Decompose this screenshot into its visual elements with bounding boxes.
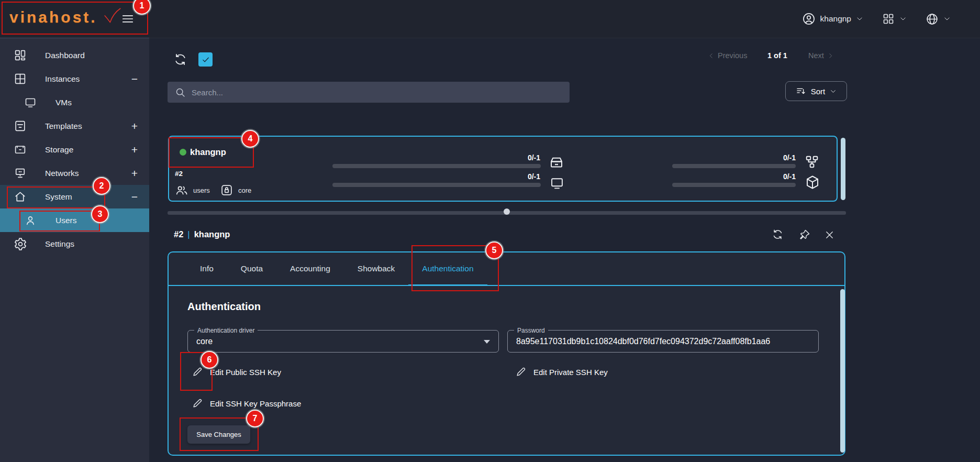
annotation-badge-2: 2 bbox=[93, 177, 110, 195]
annotation-badge-4: 4 bbox=[241, 130, 259, 148]
pencil-icon bbox=[515, 366, 527, 378]
tab-quota[interactable]: Quota bbox=[227, 252, 276, 285]
password-field-value: 8a95e117031db9b1c10824dbf0d76fd7fec09437… bbox=[516, 331, 770, 352]
datastore-quota-bar bbox=[332, 164, 541, 168]
pencil-icon bbox=[192, 366, 203, 378]
user-row-card[interactable] bbox=[168, 136, 838, 202]
edit-ssh-key-passphrase-label: Edit SSH Key Passphrase bbox=[210, 399, 301, 408]
vm-monitor-icon bbox=[550, 176, 564, 191]
users-list-scrollbar[interactable] bbox=[841, 138, 845, 200]
expand-icon[interactable]: + bbox=[131, 120, 138, 133]
instances-icon bbox=[14, 72, 28, 85]
password-field[interactable]: Password 8a95e117031db9b1c10824dbf0d76fd… bbox=[507, 330, 819, 353]
image-quota-bar bbox=[672, 183, 796, 187]
user-avatar-icon bbox=[802, 12, 816, 26]
sidebar-item-templates[interactable]: Templates + bbox=[0, 114, 149, 138]
detail-title-separator: | bbox=[187, 229, 190, 239]
collapse-icon[interactable]: − bbox=[131, 73, 138, 85]
collapse-icon[interactable]: − bbox=[131, 191, 138, 203]
sidebar-item-label: Templates bbox=[45, 122, 82, 131]
expand-icon[interactable]: + bbox=[131, 167, 138, 180]
dashboard-icon bbox=[14, 49, 28, 62]
user-menu-label: khangnp bbox=[820, 14, 851, 24]
sort-button[interactable]: Sort bbox=[785, 81, 847, 101]
tab-authentication[interactable]: Authentication bbox=[408, 252, 487, 285]
expand-icon[interactable]: + bbox=[131, 144, 138, 156]
tab-showback[interactable]: Showback bbox=[344, 252, 409, 285]
user-menu[interactable]: khangnp bbox=[802, 12, 863, 26]
language-menu[interactable] bbox=[926, 13, 951, 26]
sidebar-item-label: Settings bbox=[45, 239, 74, 249]
chevron-down-icon bbox=[899, 15, 907, 23]
pagination-previous-label: Previous bbox=[718, 51, 747, 60]
menu-hamburger-icon[interactable] bbox=[121, 12, 135, 26]
status-dot bbox=[180, 149, 186, 156]
lock-badge-icon bbox=[220, 183, 233, 197]
pagination-next-label: Next bbox=[808, 51, 824, 60]
home-icon bbox=[14, 190, 28, 203]
auth-driver-chip-label: core bbox=[238, 186, 251, 194]
detail-scrollbar[interactable] bbox=[840, 289, 845, 453]
save-changes-button[interactable]: Save Changes bbox=[187, 425, 250, 444]
tab-info[interactable]: Info bbox=[186, 252, 227, 285]
section-title: Authentication bbox=[187, 301, 261, 313]
apps-grid-icon bbox=[882, 13, 895, 25]
sidebar-item-dashboard[interactable]: Dashboard bbox=[0, 43, 149, 67]
edit-private-ssh-key-button[interactable]: Edit Private SSH Key bbox=[515, 366, 608, 378]
annotation-badge-7: 7 bbox=[246, 410, 264, 427]
sort-label: Sort bbox=[811, 87, 826, 96]
detail-title-name: khangnp bbox=[194, 229, 230, 239]
datastore-quota-value: 0/-1 bbox=[471, 153, 540, 162]
group-users-icon bbox=[175, 183, 188, 197]
pencil-icon bbox=[192, 398, 203, 409]
pagination-next[interactable]: Next bbox=[808, 51, 834, 60]
image-quota-value: 0/-1 bbox=[727, 172, 796, 181]
select-all-checkbox[interactable] bbox=[198, 52, 213, 67]
pagination-status: 1 of 1 bbox=[767, 51, 787, 60]
chevron-down-icon bbox=[943, 15, 951, 23]
detail-tabs: Info Quota Accounting Showback Authentic… bbox=[169, 252, 844, 286]
pin-icon[interactable] bbox=[799, 229, 810, 240]
sidebar-item-label: VMs bbox=[55, 98, 72, 107]
user-card-id: #2 bbox=[175, 170, 183, 178]
sidebar-item-vms[interactable]: VMs bbox=[0, 91, 149, 114]
annotation-badge-5: 5 bbox=[485, 241, 503, 259]
datastore-icon bbox=[549, 155, 564, 171]
vinahost-logo: vinahost. bbox=[9, 8, 97, 26]
sidebar-item-label: Storage bbox=[45, 145, 73, 155]
network-quota-bar bbox=[672, 164, 796, 168]
detail-title-id: #2 bbox=[174, 229, 183, 239]
sidebar-item-label: Dashboard bbox=[45, 51, 85, 60]
sidebar-item-label: Instances bbox=[45, 74, 80, 84]
tab-accounting[interactable]: Accounting bbox=[276, 252, 344, 285]
sidebar-item-system[interactable]: System − bbox=[0, 185, 149, 208]
pagination-previous[interactable]: Previous bbox=[708, 51, 747, 60]
edit-ssh-key-passphrase-button[interactable]: Edit SSH Key Passphrase bbox=[192, 398, 301, 409]
sidebar-item-label: System bbox=[45, 192, 72, 202]
cube-icon bbox=[805, 174, 820, 190]
refresh-button[interactable] bbox=[173, 52, 187, 67]
sidebar-item-label: Users bbox=[55, 216, 76, 225]
search-input[interactable] bbox=[168, 82, 570, 103]
sidebar-item-users[interactable]: Users bbox=[0, 208, 149, 232]
globe-icon bbox=[926, 13, 939, 26]
sidebar-item-instances[interactable]: Instances − bbox=[0, 67, 149, 91]
networks-icon bbox=[14, 167, 28, 180]
chevron-down-icon bbox=[856, 15, 863, 23]
sidebar-item-label: Networks bbox=[45, 169, 79, 178]
sidebar-item-settings[interactable]: Settings bbox=[0, 232, 149, 256]
detail-refresh-button[interactable] bbox=[772, 228, 784, 240]
apps-menu[interactable] bbox=[882, 13, 907, 25]
auth-driver-select[interactable]: Authentication driver core bbox=[187, 330, 499, 353]
sidebar-item-networks[interactable]: Networks + bbox=[0, 161, 149, 185]
split-divider-handle[interactable] bbox=[504, 208, 510, 215]
vm-quota-bar bbox=[332, 183, 541, 187]
vm-monitor-icon bbox=[24, 96, 38, 109]
user-group-chip: users bbox=[175, 183, 210, 197]
sidebar-item-storage[interactable]: Storage + bbox=[0, 138, 149, 161]
annotation-badge-6: 6 bbox=[201, 351, 218, 369]
close-icon[interactable] bbox=[824, 229, 835, 240]
auth-driver-chip: core bbox=[220, 183, 251, 197]
user-group-label: users bbox=[193, 186, 210, 194]
user-card-name: khangnp bbox=[190, 147, 226, 157]
